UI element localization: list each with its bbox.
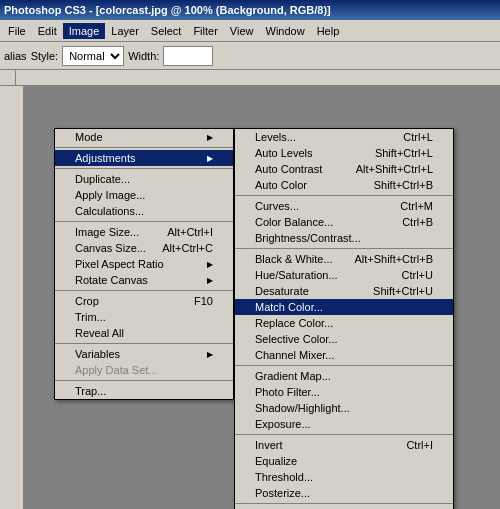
left-toolbar xyxy=(0,86,24,509)
adj-photo-filter[interactable]: Photo Filter... xyxy=(235,384,453,400)
main-area: Mode Adjustments Duplicate... Apply Imag… xyxy=(0,86,500,509)
adj-sep-1 xyxy=(235,195,453,196)
menu-select[interactable]: Select xyxy=(145,23,188,39)
adj-color-balance[interactable]: Color Balance... Ctrl+B xyxy=(235,214,453,230)
adj-equalize[interactable]: Equalize xyxy=(235,453,453,469)
image-menu[interactable]: Mode Adjustments Duplicate... Apply Imag… xyxy=(54,128,234,400)
title-text: Photoshop CS3 - [colorcast.jpg @ 100% (B… xyxy=(4,4,331,16)
adj-shadow-highlight[interactable]: Shadow/Highlight... xyxy=(235,400,453,416)
ruler-corner xyxy=(0,70,16,86)
adjustments-submenu[interactable]: Levels... Ctrl+L Auto Levels Shift+Ctrl+… xyxy=(234,128,454,509)
menu-edit[interactable]: Edit xyxy=(32,23,63,39)
menu-image[interactable]: Image xyxy=(63,23,106,39)
menu-adjustments[interactable]: Adjustments xyxy=(55,150,233,166)
separator-6 xyxy=(55,380,233,381)
width-label: Width: xyxy=(128,50,159,62)
menu-filter[interactable]: Filter xyxy=(187,23,223,39)
menu-help[interactable]: Help xyxy=(311,23,346,39)
menu-calculations[interactable]: Calculations... xyxy=(55,203,233,219)
separator-5 xyxy=(55,343,233,344)
menu-apply-data-set: Apply Data Set... xyxy=(55,362,233,378)
menu-file[interactable]: File xyxy=(2,23,32,39)
menu-trap[interactable]: Trap... xyxy=(55,383,233,399)
menu-rotate-canvas[interactable]: Rotate Canvas xyxy=(55,272,233,288)
adj-brightness-contrast[interactable]: Brightness/Contrast... xyxy=(235,230,453,246)
adj-levels[interactable]: Levels... Ctrl+L xyxy=(235,129,453,145)
dropdown-overlay: Mode Adjustments Duplicate... Apply Imag… xyxy=(24,128,500,509)
adj-replace-color[interactable]: Replace Color... xyxy=(235,315,453,331)
menu-reveal-all[interactable]: Reveal All xyxy=(55,325,233,341)
menu-bar: File Edit Image Layer Select Filter View… xyxy=(0,20,500,42)
style-label: Style: xyxy=(31,50,59,62)
title-bar: Photoshop CS3 - [colorcast.jpg @ 100% (B… xyxy=(0,0,500,20)
menu-duplicate[interactable]: Duplicate... xyxy=(55,171,233,187)
adj-channel-mixer[interactable]: Channel Mixer... xyxy=(235,347,453,363)
menu-layer[interactable]: Layer xyxy=(105,23,145,39)
menu-apply-image[interactable]: Apply Image... xyxy=(55,187,233,203)
menu-image-size[interactable]: Image Size... Alt+Ctrl+I xyxy=(55,224,233,240)
toolbar: alias Style: Normal Width: xyxy=(0,42,500,70)
adj-desaturate[interactable]: Desaturate Shift+Ctrl+U xyxy=(235,283,453,299)
adj-match-color[interactable]: Match Color... xyxy=(235,299,453,315)
adj-sep-5 xyxy=(235,503,453,504)
adj-curves[interactable]: Curves... Ctrl+M xyxy=(235,198,453,214)
adj-sep-4 xyxy=(235,434,453,435)
ruler-area xyxy=(0,70,500,86)
adj-threshold[interactable]: Threshold... xyxy=(235,469,453,485)
menu-view[interactable]: View xyxy=(224,23,260,39)
menu-variables[interactable]: Variables xyxy=(55,346,233,362)
adj-auto-levels[interactable]: Auto Levels Shift+Ctrl+L xyxy=(235,145,453,161)
adj-exposure[interactable]: Exposure... xyxy=(235,416,453,432)
width-input[interactable] xyxy=(163,46,213,66)
menu-trim[interactable]: Trim... xyxy=(55,309,233,325)
adj-selective-color[interactable]: Selective Color... xyxy=(235,331,453,347)
style-select[interactable]: Normal xyxy=(62,46,124,66)
adj-invert[interactable]: Invert Ctrl+I xyxy=(235,437,453,453)
menu-canvas-size[interactable]: Canvas Size... Alt+Ctrl+C xyxy=(55,240,233,256)
adj-auto-color[interactable]: Auto Color Shift+Ctrl+B xyxy=(235,177,453,193)
menu-crop[interactable]: Crop F10 xyxy=(55,293,233,309)
menu-pixel-aspect[interactable]: Pixel Aspect Ratio xyxy=(55,256,233,272)
adj-sep-3 xyxy=(235,365,453,366)
canvas-area: Mode Adjustments Duplicate... Apply Imag… xyxy=(24,86,500,509)
alias-label: alias xyxy=(4,50,27,62)
separator-2 xyxy=(55,168,233,169)
separator-3 xyxy=(55,221,233,222)
ruler-horizontal xyxy=(16,70,500,86)
adj-hue-saturation[interactable]: Hue/Saturation... Ctrl+U xyxy=(235,267,453,283)
adj-gradient-map[interactable]: Gradient Map... xyxy=(235,368,453,384)
adj-auto-contrast[interactable]: Auto Contrast Alt+Shift+Ctrl+L xyxy=(235,161,453,177)
adj-black-white[interactable]: Black & White... Alt+Shift+Ctrl+B xyxy=(235,251,453,267)
adj-posterize[interactable]: Posterize... xyxy=(235,485,453,501)
separator-1 xyxy=(55,147,233,148)
menu-window[interactable]: Window xyxy=(260,23,311,39)
menu-mode[interactable]: Mode xyxy=(55,129,233,145)
separator-4 xyxy=(55,290,233,291)
adj-sep-2 xyxy=(235,248,453,249)
